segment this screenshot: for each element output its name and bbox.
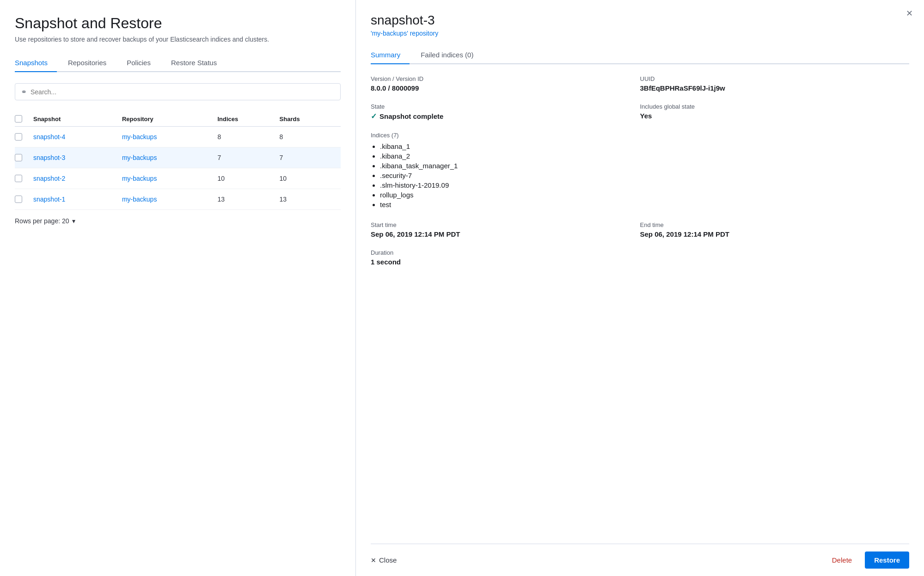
end-time-item: End time Sep 06, 2019 12:14 PM PDT bbox=[640, 221, 910, 238]
indices-item: Indices (7) .kibana_1.kibana_2.kibana_ta… bbox=[371, 132, 909, 210]
action-buttons: Delete Restore bbox=[825, 551, 909, 569]
chevron-down-icon: ▾ bbox=[72, 217, 75, 225]
row-snapshot-name: snapshot-4 bbox=[33, 127, 122, 147]
row-indices: 7 bbox=[217, 147, 279, 168]
repository-link-cell[interactable]: my-backups bbox=[122, 133, 157, 141]
row-checkbox-cell bbox=[15, 189, 33, 210]
detail-tabs: Summary Failed indices (0) bbox=[371, 46, 909, 64]
row-snapshot-name: snapshot-3 bbox=[33, 147, 122, 168]
tab-snapshots[interactable]: Snapshots bbox=[15, 54, 57, 72]
row-repository: my-backups bbox=[122, 168, 218, 189]
row-indices: 8 bbox=[217, 127, 279, 147]
indices-list: .kibana_1.kibana_2.kibana_task_manager_1… bbox=[371, 142, 909, 208]
search-icon: ⚭ bbox=[21, 87, 27, 96]
restore-button[interactable]: Restore bbox=[865, 551, 909, 569]
table-row[interactable]: snapshot-2 my-backups 10 10 bbox=[15, 168, 341, 189]
row-repository: my-backups bbox=[122, 147, 218, 168]
snapshot-detail-title: snapshot-3 bbox=[371, 13, 909, 28]
row-repository: my-backups bbox=[122, 189, 218, 210]
snapshot-link[interactable]: snapshot-4 bbox=[33, 133, 65, 141]
delete-button[interactable]: Delete bbox=[825, 552, 859, 568]
search-input[interactable] bbox=[31, 88, 335, 96]
repository-link-cell[interactable]: my-backups bbox=[122, 196, 157, 203]
row-snapshot-name: snapshot-2 bbox=[33, 168, 122, 189]
page-title: Snapshot and Restore bbox=[15, 15, 341, 32]
main-tabs: Snapshots Repositories Policies Restore … bbox=[15, 54, 341, 72]
col-repository: Repository bbox=[122, 111, 218, 127]
row-shards: 13 bbox=[280, 189, 341, 210]
row-checkbox[interactable] bbox=[15, 133, 22, 141]
row-indices: 10 bbox=[217, 168, 279, 189]
index-item: .kibana_1 bbox=[380, 142, 909, 150]
row-shards: 10 bbox=[280, 168, 341, 189]
snapshot-link[interactable]: snapshot-3 bbox=[33, 154, 65, 161]
repository-link[interactable]: 'my-backups' repository bbox=[371, 30, 909, 37]
close-x-icon: ✕ bbox=[371, 557, 376, 564]
index-item: test bbox=[380, 201, 909, 208]
tab-repositories[interactable]: Repositories bbox=[68, 54, 116, 72]
row-shards: 7 bbox=[280, 147, 341, 168]
snapshots-table: Snapshot Repository Indices Shards snaps… bbox=[15, 111, 341, 210]
search-bar: ⚭ bbox=[15, 83, 341, 100]
index-item: .kibana_task_manager_1 bbox=[380, 162, 909, 170]
row-repository: my-backups bbox=[122, 127, 218, 147]
index-item: .slm-history-1-2019.09 bbox=[380, 181, 909, 189]
row-checkbox[interactable] bbox=[15, 175, 22, 182]
close-panel-icon[interactable]: ✕ bbox=[906, 9, 913, 18]
row-checkbox-cell bbox=[15, 127, 33, 147]
row-checkbox[interactable] bbox=[15, 154, 22, 161]
tab-policies[interactable]: Policies bbox=[127, 54, 160, 72]
row-shards: 8 bbox=[280, 127, 341, 147]
left-panel: Snapshot and Restore Use repositories to… bbox=[0, 0, 356, 576]
select-all-checkbox[interactable] bbox=[15, 115, 22, 123]
row-indices: 13 bbox=[217, 189, 279, 210]
uuid-item: UUID 3BfEqBPHRaSF69lJ-i1j9w bbox=[640, 75, 910, 92]
row-checkbox-cell bbox=[15, 147, 33, 168]
rows-per-page[interactable]: Rows per page: 20 ▾ bbox=[15, 210, 341, 232]
tab-restore-status[interactable]: Restore Status bbox=[171, 54, 226, 72]
select-all-header bbox=[15, 111, 33, 127]
index-item: .security-7 bbox=[380, 172, 909, 179]
check-icon: ✓ bbox=[371, 112, 377, 121]
repository-link-cell[interactable]: my-backups bbox=[122, 154, 157, 161]
version-item: Version / Version ID 8.0.0 / 8000099 bbox=[371, 75, 640, 92]
table-row[interactable]: snapshot-1 my-backups 13 13 bbox=[15, 189, 341, 210]
snapshot-link[interactable]: snapshot-1 bbox=[33, 196, 65, 203]
table-row[interactable]: snapshot-3 my-backups 7 7 bbox=[15, 147, 341, 168]
tab-failed-indices[interactable]: Failed indices (0) bbox=[421, 46, 483, 64]
state-item: State ✓ Snapshot complete bbox=[371, 103, 640, 121]
repository-link-cell[interactable]: my-backups bbox=[122, 175, 157, 182]
right-panel: ✕ snapshot-3 'my-backups' repository Sum… bbox=[356, 0, 924, 576]
col-indices: Indices bbox=[217, 111, 279, 127]
row-snapshot-name: snapshot-1 bbox=[33, 189, 122, 210]
tab-summary[interactable]: Summary bbox=[371, 46, 410, 64]
col-snapshot: Snapshot bbox=[33, 111, 122, 127]
index-item: .kibana_2 bbox=[380, 152, 909, 160]
row-checkbox[interactable] bbox=[15, 196, 22, 203]
state-value: ✓ Snapshot complete bbox=[371, 112, 640, 121]
global-state-item: Includes global state Yes bbox=[640, 103, 910, 121]
close-button[interactable]: ✕ Close bbox=[371, 552, 397, 568]
duration-item: Duration 1 second bbox=[371, 249, 640, 266]
col-shards: Shards bbox=[280, 111, 341, 127]
bottom-bar: ✕ Close Delete Restore bbox=[371, 544, 909, 576]
row-checkbox-cell bbox=[15, 168, 33, 189]
start-time-item: Start time Sep 06, 2019 12:14 PM PDT bbox=[371, 221, 640, 238]
index-item: rollup_logs bbox=[380, 191, 909, 199]
summary-grid: Version / Version ID 8.0.0 / 8000099 UUI… bbox=[371, 75, 909, 277]
table-row[interactable]: snapshot-4 my-backups 8 8 bbox=[15, 127, 341, 147]
snapshot-link[interactable]: snapshot-2 bbox=[33, 175, 65, 182]
page-subtitle: Use repositories to store and recover ba… bbox=[15, 36, 341, 43]
